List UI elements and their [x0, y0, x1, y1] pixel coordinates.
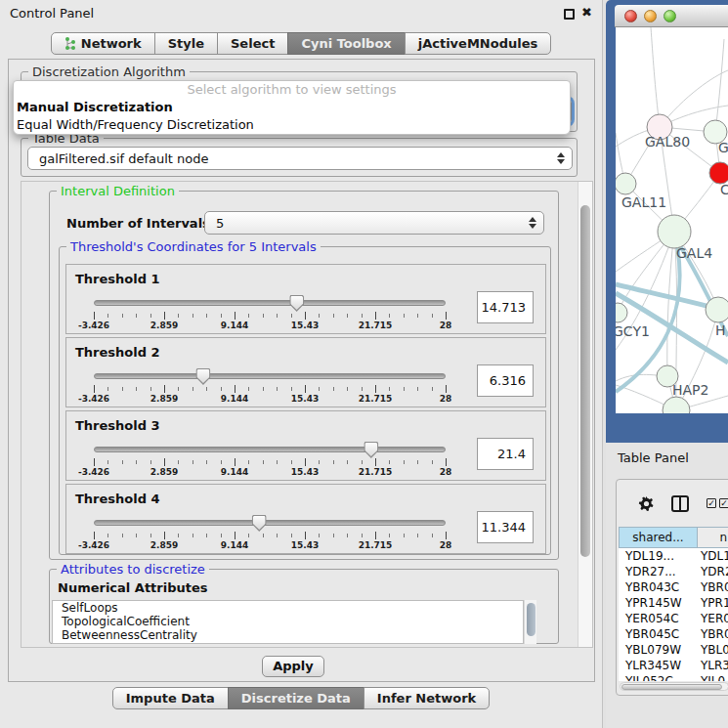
discretization-algorithm-title: Discretization Algorithm: [28, 64, 190, 79]
table-row[interactable]: YBL079WYBL0: [619, 642, 728, 658]
control-panel: Control Panel ✖ Network Style Select Cyn…: [0, 0, 603, 728]
threshold-value-field[interactable]: 6.316: [477, 364, 534, 397]
threshold-value-field[interactable]: 21.4: [477, 438, 534, 470]
table-row[interactable]: YDL19...YDL1: [619, 548, 728, 564]
threshold-slider[interactable]: [94, 447, 446, 452]
network-node-gcy1[interactable]: [616, 303, 627, 322]
network-node-label: GCY1: [616, 323, 650, 339]
cyni-toolbox-pane: Discretization Algorithm Select algorith…: [8, 59, 595, 682]
combo-arrows-icon: [557, 152, 566, 164]
network-edge[interactable]: [651, 27, 660, 127]
checkbox-icon[interactable]: ✓: [707, 498, 716, 508]
settings-scrollpane: Interval Definition Number of Intervals …: [21, 181, 593, 648]
threshold-value-field[interactable]: 11.344: [477, 511, 534, 543]
network-node-label: GAL80: [645, 134, 690, 150]
thresholds-group: Threshold's Coordinates for 5 Intervals …: [59, 246, 551, 555]
attribute-list-item[interactable]: SelfLoops: [53, 601, 523, 615]
split-columns-icon[interactable]: [671, 495, 689, 512]
network-node-label: H: [715, 322, 726, 338]
slider-handle[interactable]: [364, 442, 378, 458]
network-node-h[interactable]: [706, 297, 728, 322]
scrollbar-thumb[interactable]: [527, 603, 535, 636]
right-panel: GAL80GACGAL11GAL4GCY1HHAP2 Table Panel ✓…: [606, 0, 728, 728]
attributes-group: Attributes to discretize Numerical Attri…: [49, 569, 559, 644]
control-panel-titlebar: Control Panel ✖: [0, 0, 602, 25]
network-edge[interactable]: [667, 232, 674, 376]
zoom-traffic-light[interactable]: [664, 10, 676, 22]
attribute-list-item[interactable]: TopologicalCoefficient: [53, 615, 523, 628]
table-row[interactable]: YDR27...YDR2: [619, 564, 728, 579]
network-canvas[interactable]: GAL80GACGAL11GAL4GCY1HHAP2: [616, 27, 728, 413]
numerical-attributes-list[interactable]: SelfLoopsTopologicalCoefficientBetweenne…: [52, 600, 524, 644]
tab-jactivemnodules[interactable]: jActiveMNodules: [405, 32, 552, 55]
threshold-label: Threshold 2: [75, 345, 160, 360]
network-node-gal4[interactable]: [658, 215, 691, 248]
combo-arrows-icon: [529, 217, 537, 229]
table-header-row: shared... n: [619, 527, 728, 548]
close-traffic-light[interactable]: [624, 10, 637, 22]
network-node-gal11[interactable]: [616, 173, 636, 194]
threshold-panel: Threshold 1 -3.4262.8599.14415.4321.7152…: [65, 264, 546, 334]
table-row[interactable]: YLR345WYLR3: [619, 658, 728, 673]
top-tab-bar: Network Style Select Cyni Toolbox jActiv…: [0, 32, 602, 55]
scrollbar-thumb[interactable]: [580, 205, 590, 557]
table-row[interactable]: YBR045CYBR0: [619, 626, 728, 642]
slider-tick-labels: -3.4262.8599.14415.4321.71528: [94, 467, 446, 477]
tab-network[interactable]: Network: [51, 32, 155, 55]
column-header-shared[interactable]: shared...: [619, 527, 698, 548]
network-node-label: GAL11: [621, 194, 666, 210]
threshold-slider[interactable]: [94, 300, 446, 306]
slider-ticks: [94, 312, 446, 320]
slider-handle[interactable]: [289, 295, 304, 312]
threshold-slider[interactable]: [94, 373, 446, 379]
threshold-value-field[interactable]: 14.713: [477, 291, 534, 323]
column-header-name[interactable]: n: [698, 527, 728, 548]
slider-ticks: [94, 532, 446, 539]
network-edge[interactable]: [715, 39, 724, 132]
tab-select[interactable]: Select: [217, 32, 288, 55]
apply-button[interactable]: Apply: [262, 656, 324, 677]
attributes-list-scrollbar[interactable]: [524, 600, 536, 644]
numerical-attributes-label: Numerical Attributes: [58, 580, 208, 595]
slider-tick-labels: -3.4262.8599.14415.4321.71528: [94, 321, 446, 330]
network-edge[interactable]: [660, 70, 728, 127]
dropdown-option-equal-width[interactable]: Equal Width/Frequency Discretization: [14, 116, 570, 134]
close-icon[interactable]: ✖: [581, 5, 592, 20]
network-node-bottom[interactable]: [663, 397, 690, 413]
attribute-list-item[interactable]: BetweennessCentrality: [53, 628, 523, 642]
table-data-combobox[interactable]: galFiltered.sif default node: [27, 147, 573, 170]
float-window-icon[interactable]: [564, 9, 575, 20]
network-node-label: GA: [718, 140, 728, 155]
threshold-label: Threshold 4: [75, 492, 160, 506]
tab-style[interactable]: Style: [154, 32, 218, 55]
table-row[interactable]: YBR043CYBR0: [619, 579, 728, 595]
tab-discretize-data[interactable]: Discretize Data: [228, 687, 364, 709]
scrollbar-thumb[interactable]: [621, 684, 722, 690]
table-row[interactable]: YPR145WYPR1: [619, 595, 728, 611]
horizontal-scrollbar[interactable]: [620, 682, 728, 691]
interval-definition-title: Interval Definition: [57, 184, 179, 198]
table-panel: ✓ ✓ shared... n YDL19...YDL1YDR27...YDR2…: [616, 479, 728, 696]
threshold-panel: Threshold 4 -3.4262.8599.14415.4321.7152…: [65, 484, 546, 554]
tab-infer-network[interactable]: Infer Network: [364, 687, 490, 709]
vertical-scrollbar[interactable]: [578, 182, 592, 647]
threshold-slider[interactable]: [94, 520, 446, 526]
tab-cyni-toolbox[interactable]: Cyni Toolbox: [287, 32, 405, 55]
slider-handle[interactable]: [252, 515, 267, 532]
table-panel-title: Table Panel: [618, 450, 689, 465]
gear-icon[interactable]: [638, 495, 655, 512]
table-row[interactable]: YIL052CYIL0: [619, 673, 728, 681]
slider-tick-labels: -3.4262.8599.14415.4321.71528: [94, 394, 446, 404]
threshold-label: Threshold 3: [75, 418, 160, 433]
network-node-red[interactable]: [709, 162, 728, 184]
threshold-label: Threshold 1: [75, 272, 160, 286]
screen: Control Panel ✖ Network Style Select Cyn…: [0, 0, 728, 728]
network-tree-icon: [64, 37, 76, 51]
checkbox-icon[interactable]: ✓: [719, 498, 728, 508]
tab-impute-data[interactable]: Impute Data: [112, 687, 229, 709]
minimize-traffic-light[interactable]: [644, 10, 657, 22]
slider-handle[interactable]: [195, 368, 210, 385]
number-of-intervals-combobox[interactable]: 5: [204, 211, 544, 235]
table-row[interactable]: YER054CYER0: [619, 611, 728, 626]
dropdown-option-manual[interactable]: Manual Discretization: [14, 99, 570, 116]
